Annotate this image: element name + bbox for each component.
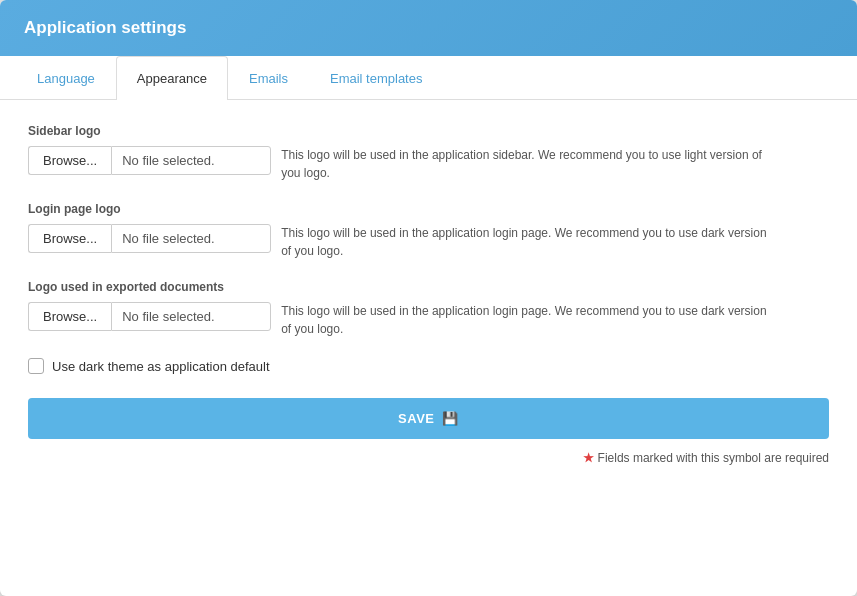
tab-language[interactable]: Language	[16, 56, 116, 100]
export-logo-browse-button[interactable]: Browse...	[28, 302, 111, 331]
login-logo-label: Login page logo	[28, 202, 829, 216]
sidebar-logo-row: Browse... No file selected. This logo wi…	[28, 146, 829, 182]
sidebar-logo-label: Sidebar logo	[28, 124, 829, 138]
required-note: ★ Fields marked with this symbol are req…	[28, 451, 829, 465]
save-button[interactable]: SAVE 💾	[28, 398, 829, 439]
login-logo-hint: This logo will be used in the applicatio…	[281, 224, 771, 260]
login-logo-filename: No file selected.	[111, 224, 271, 253]
export-logo-hint: This logo will be used in the applicatio…	[281, 302, 771, 338]
login-logo-browse-button[interactable]: Browse...	[28, 224, 111, 253]
dark-theme-label[interactable]: Use dark theme as application default	[52, 359, 270, 374]
required-text: Fields marked with this symbol are requi…	[598, 451, 829, 465]
export-logo-file-input: Browse... No file selected.	[28, 302, 271, 331]
export-logo-section: Logo used in exported documents Browse..…	[28, 280, 829, 338]
content-area: Sidebar logo Browse... No file selected.…	[0, 100, 857, 596]
save-button-label: SAVE	[398, 411, 434, 426]
export-logo-label: Logo used in exported documents	[28, 280, 829, 294]
sidebar-logo-filename: No file selected.	[111, 146, 271, 175]
sidebar-logo-section: Sidebar logo Browse... No file selected.…	[28, 124, 829, 182]
export-logo-filename: No file selected.	[111, 302, 271, 331]
sidebar-logo-browse-button[interactable]: Browse...	[28, 146, 111, 175]
login-logo-row: Browse... No file selected. This logo wi…	[28, 224, 829, 260]
header-title: Application settings	[24, 18, 186, 37]
tabs-bar: Language Appearance Emails Email templat…	[0, 56, 857, 100]
header: Application settings	[0, 0, 857, 56]
tab-appearance[interactable]: Appearance	[116, 56, 228, 100]
sidebar-logo-hint: This logo will be used in the applicatio…	[281, 146, 771, 182]
sidebar-logo-file-input: Browse... No file selected.	[28, 146, 271, 175]
tab-email-templates[interactable]: Email templates	[309, 56, 443, 100]
dark-theme-row: Use dark theme as application default	[28, 358, 829, 374]
export-logo-row: Browse... No file selected. This logo wi…	[28, 302, 829, 338]
application-window: Application settings Language Appearance…	[0, 0, 857, 596]
login-logo-section: Login page logo Browse... No file select…	[28, 202, 829, 260]
dark-theme-checkbox[interactable]	[28, 358, 44, 374]
save-icon: 💾	[442, 411, 459, 426]
tab-emails[interactable]: Emails	[228, 56, 309, 100]
required-star: ★	[583, 451, 594, 465]
login-logo-file-input: Browse... No file selected.	[28, 224, 271, 253]
